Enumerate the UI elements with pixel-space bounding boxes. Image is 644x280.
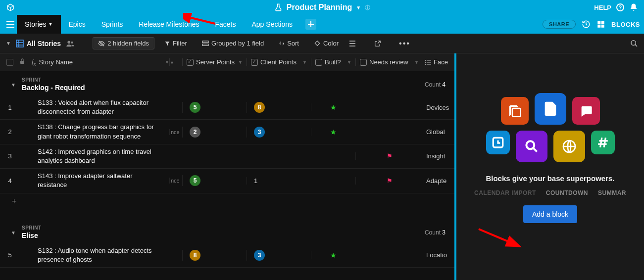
column-server-points[interactable]: Server Points▼ <box>182 58 247 66</box>
add-tab-button[interactable] <box>305 19 316 30</box>
history-icon[interactable] <box>582 20 591 29</box>
cell-server-points[interactable]: 5 <box>182 102 247 113</box>
help-link[interactable]: HELP <box>594 4 611 11</box>
cell-facet[interactable]: Insight <box>423 152 450 160</box>
list-icon <box>425 60 431 65</box>
cell-client-points[interactable]: 1 <box>247 177 311 185</box>
cell-story-name[interactable]: S142 : Improved graphics on time travel … <box>20 144 169 168</box>
block-icon-clock <box>486 131 510 154</box>
table-row[interactable]: 1 S133 : Voiced alert when flux capacito… <box>0 95 454 120</box>
lock-icon <box>20 58 30 66</box>
cell-built[interactable]: ★ <box>311 103 355 111</box>
row-height-icon[interactable] <box>348 40 356 47</box>
svg-rect-17 <box>202 41 208 42</box>
filter-button[interactable]: Filter <box>159 38 192 49</box>
collaborators-icon[interactable] <box>66 40 75 47</box>
search-icon[interactable] <box>630 40 638 47</box>
column-needs-review[interactable]: Needs review▼ <box>355 58 423 66</box>
svg-point-33 <box>526 141 534 149</box>
blocks-label[interactable]: BLOCKS <box>611 21 640 28</box>
cell-story-name[interactable]: S132 : Audio tone when adapter detects p… <box>20 243 169 267</box>
sort-button[interactable]: Sort <box>274 38 304 49</box>
hidden-fields-button[interactable]: 2 hidden fields <box>93 37 154 49</box>
add-block-button[interactable]: Add a block <box>523 205 577 223</box>
checkbox-icon <box>187 59 194 66</box>
cell-built[interactable]: ★ <box>311 251 355 259</box>
star-icon: ★ <box>330 128 337 136</box>
chevron-down-icon[interactable]: ▼ <box>11 82 16 88</box>
tab-sprints[interactable]: Sprints <box>94 15 131 34</box>
more-icon[interactable]: ••• <box>399 39 410 48</box>
block-icon-file <box>535 93 566 125</box>
group-header[interactable]: ▼ SPRINT Backlog - Required Count 4 <box>0 71 454 95</box>
block-icon-globe <box>553 131 585 162</box>
tab-app-sections[interactable]: App Sections <box>244 15 301 34</box>
select-all-checkbox[interactable] <box>0 59 20 66</box>
group-count: Count 4 <box>425 81 446 88</box>
annotation-arrow-2 <box>476 227 526 251</box>
bell-icon[interactable] <box>629 3 638 12</box>
menu-icon[interactable] <box>4 18 17 31</box>
info-icon[interactable]: ⓘ <box>365 4 370 11</box>
cell-facet[interactable]: Adapte <box>423 177 450 185</box>
cell-server-points[interactable]: 8 <box>182 250 247 261</box>
column-client-points[interactable]: Client Points▼ <box>247 58 311 66</box>
cell-client-points[interactable]: 3 <box>247 250 311 261</box>
cell-story-name[interactable]: S133 : Voiced alert when flux capacitor … <box>20 95 169 119</box>
cell-client-points[interactable]: 8 <box>247 102 311 113</box>
cell-built[interactable]: ★ <box>311 128 355 136</box>
cell-client-points[interactable]: 3 <box>247 127 311 138</box>
group-label: SPRINT <box>22 225 445 231</box>
cell-needs-review[interactable]: ⚑ <box>355 177 423 185</box>
filter-icon <box>164 41 170 47</box>
page-title: Product Planning <box>287 3 352 12</box>
svg-line-39 <box>604 138 605 147</box>
chevron-down-icon[interactable]: ▼ <box>11 230 16 235</box>
table-row[interactable]: 4 S143 : Improve adapter saltwater resis… <box>0 169 454 193</box>
tab-epics[interactable]: Epics <box>61 15 94 34</box>
share-button[interactable]: SHARE <box>543 20 576 29</box>
view-selector[interactable]: All Stories <box>16 40 61 47</box>
block-icon-hash <box>591 131 615 154</box>
svg-line-40 <box>479 229 520 246</box>
svg-rect-25 <box>20 61 24 64</box>
cell-facet[interactable]: Devices <box>423 104 450 111</box>
column-narrow[interactable]: ▼ <box>169 58 182 66</box>
color-button[interactable]: Color <box>309 38 344 49</box>
block-icon-search <box>516 131 547 162</box>
tab-stories[interactable]: Stories▼ <box>17 15 61 34</box>
group-header[interactable]: ▼ SPRINT Elise Count 3 <box>0 219 454 243</box>
pill-badge: 5 <box>190 175 200 186</box>
svg-point-22 <box>631 41 636 45</box>
star-icon: ★ <box>330 251 337 259</box>
svg-rect-0 <box>6 21 14 22</box>
cell-narrow[interactable]: nce <box>169 178 182 184</box>
column-facet[interactable]: Face <box>423 58 450 66</box>
help-icon[interactable]: ? <box>616 3 624 11</box>
cell-server-points[interactable]: 5 <box>182 175 247 186</box>
add-row-button[interactable]: + <box>0 193 454 210</box>
cell-narrow[interactable]: nce <box>169 129 182 135</box>
column-built[interactable]: Built?▼ <box>311 58 355 66</box>
cell-story-name[interactable]: S138 : Change progress bar graphics for … <box>20 120 169 143</box>
cell-server-points[interactable]: 2 <box>182 127 247 138</box>
column-headers: fx Story Name▼ ▼ Server Points▼ Client P… <box>0 53 454 71</box>
svg-line-34 <box>533 148 537 151</box>
table-row[interactable]: 5 S132 : Audio tone when adapter detects… <box>0 243 454 268</box>
svg-rect-8 <box>601 25 604 28</box>
tab-release-milestones[interactable]: Release Milestones <box>131 15 207 34</box>
cell-facet[interactable]: Global <box>423 128 450 136</box>
blocks-toggle-icon[interactable] <box>596 20 605 29</box>
table-row[interactable]: 2 S138 : Change progress bar graphics fo… <box>0 120 454 144</box>
view-expand-icon[interactable]: ▼ <box>6 41 11 46</box>
cell-story-name[interactable]: S143 : Improve adapter saltwater resista… <box>20 169 169 192</box>
share-view-icon[interactable] <box>374 40 381 47</box>
table-row[interactable]: 3 S142 : Improved graphics on time trave… <box>0 144 454 169</box>
group-button[interactable]: Grouped by 1 field <box>197 38 269 49</box>
pill-badge: 5 <box>190 102 200 113</box>
tab-facets[interactable]: Facets <box>207 15 244 34</box>
cell-facet[interactable]: Locatio <box>423 251 450 259</box>
page-title-area[interactable]: Product Planning ▼ ⓘ <box>274 3 370 12</box>
column-story-name[interactable]: fx Story Name▼ <box>30 58 169 67</box>
cell-needs-review[interactable]: ⚑ <box>355 152 423 160</box>
